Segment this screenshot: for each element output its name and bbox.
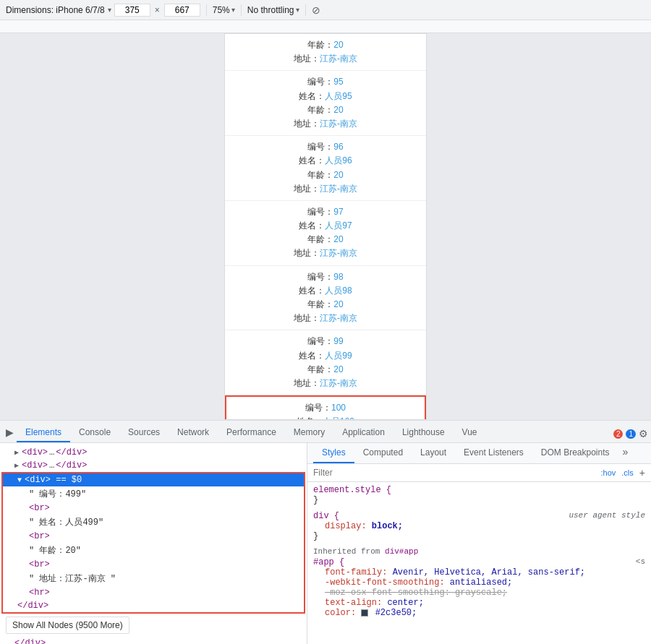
field-addr-94: 地址：江苏-南京	[225, 52, 426, 66]
warn-badge: 1	[626, 429, 636, 439]
ruler	[0, 20, 651, 33]
device-frame: 年龄：20 地址：江苏-南京 编号：95 姓名：人员95 年龄：20 地址：江苏…	[224, 33, 427, 420]
tab-vue[interactable]: Vue	[454, 424, 486, 442]
devtools-icons: 2 1 ⚙	[613, 428, 648, 442]
subtab-styles[interactable]: Styles	[313, 443, 354, 463]
filter-cls-hint[interactable]: .cls	[621, 468, 634, 477]
error-badge: 2	[613, 429, 624, 439]
settings-icon[interactable]: ⚙	[639, 428, 648, 439]
tree-close-div[interactable]: </div>	[3, 599, 304, 612]
tab-network[interactable]: Network	[169, 424, 218, 442]
subtab-dom-breakpoints[interactable]: DOM Breakpoints	[532, 443, 618, 463]
subtab-computed[interactable]: Computed	[354, 443, 412, 463]
tree-line-div-collapsed-2[interactable]: ▶ <div>…</div>	[0, 459, 307, 472]
height-input[interactable]	[164, 4, 200, 17]
tab-application[interactable]: Application	[333, 424, 393, 442]
preview-pane: 年龄：20 地址：江苏-南京 编号：95 姓名：人员95 年龄：20 地址：江苏…	[0, 33, 651, 420]
tree-br-2[interactable]: <br>	[3, 530, 304, 543]
css-rule-app: #app { <s font-family: Avenir, Helvetica…	[313, 557, 645, 618]
tree-text-name[interactable]: " 姓名：人员499"	[3, 515, 304, 530]
filter-input[interactable]	[313, 468, 595, 478]
zoom-value: 75%	[213, 5, 230, 15]
person-card-98: 编号：98 姓名：人员98 年龄：20 地址：江苏-南京	[225, 266, 426, 331]
rotate-icon[interactable]: ⊘	[312, 4, 320, 16]
person-card-96: 编号：96 姓名：人员96 年龄：20 地址：江苏-南京	[225, 136, 426, 201]
css-rule-element-style: element.style { }	[313, 485, 645, 505]
filter-hover-hint[interactable]: :hov	[601, 468, 616, 477]
tree-hr[interactable]: <hr>	[3, 586, 304, 599]
triangle-icon-2: ▶	[14, 461, 19, 470]
tree-close-div-outer[interactable]: </div>	[0, 637, 307, 644]
tab-sources[interactable]: Sources	[119, 424, 169, 442]
throttling-value: No throttling	[247, 5, 294, 15]
triangle-icon-3: ▼	[17, 476, 22, 484]
toolbar-divider-1	[206, 4, 207, 16]
tab-performance[interactable]: Performance	[218, 424, 285, 442]
tab-elements[interactable]: Elements	[17, 424, 70, 442]
person-card-99: 编号：99 姓名：人员99 年龄：20 地址：江苏-南京	[225, 330, 426, 395]
css-inherited-label: Inherited from div#app	[313, 547, 645, 556]
tree-text-addr[interactable]: " 地址：江苏-南京 "	[3, 571, 304, 586]
tab-memory[interactable]: Memory	[285, 424, 333, 442]
tree-br-1[interactable]: <br>	[3, 502, 304, 515]
zoom-chevron: ▾	[231, 6, 235, 14]
times-separator: ×	[153, 5, 161, 15]
css-rule-div: div { user agent style display: block; }	[313, 511, 645, 541]
device-content: 年龄：20 地址：江苏-南京 编号：95 姓名：人员95 年龄：20 地址：江苏…	[225, 34, 426, 419]
devtools-tab-bar: ▶ Elements Console Sources Network Perfo…	[0, 421, 651, 443]
subtab-more-icon[interactable]: »	[618, 443, 633, 463]
tree-line-div-expanded-selected[interactable]: ▼ <div> == $0	[3, 473, 304, 486]
tab-console[interactable]: Console	[70, 424, 119, 442]
devtools-body: ▶ <div>…</div> ▶ <div>…</div> ▼ <div> ==…	[0, 443, 651, 644]
top-toolbar: Dimensions: iPhone 6/7/8 ▾ × 75% ▾ No th…	[0, 0, 651, 20]
color-swatch	[361, 609, 368, 617]
field-age-94: 年龄：20	[225, 38, 426, 52]
tree-line-div-collapsed-1[interactable]: ▶ <div>…</div>	[0, 446, 307, 459]
dimensions-label: Dimensions: iPhone 6/7/8	[6, 5, 105, 15]
styles-subtabs: Styles Computed Layout Event Listeners D…	[307, 443, 651, 464]
width-input[interactable]	[114, 4, 150, 17]
person-card-97: 编号：97 姓名：人员97 年龄：20 地址：江苏-南京	[225, 201, 426, 266]
filter-bar: :hov .cls +	[307, 464, 651, 482]
person-card-100: 编号：100 姓名：人员100 年龄：20 地址：江苏-南京	[225, 395, 426, 419]
person-card-94: 年龄：20 地址：江苏-南京	[225, 34, 426, 71]
ruler-marks	[0, 20, 651, 33]
tab-lighthouse[interactable]: Lighthouse	[393, 424, 454, 442]
dimensions-chevron[interactable]: ▾	[108, 6, 111, 14]
triangle-icon-1: ▶	[14, 448, 19, 457]
add-style-icon[interactable]: +	[639, 467, 645, 478]
person-card-95: 编号：95 姓名：人员95 年龄：20 地址：江苏-南京	[225, 71, 426, 136]
expand-icon[interactable]: ▶	[3, 426, 17, 442]
elements-panel: ▶ <div>…</div> ▶ <div>…</div> ▼ <div> ==…	[0, 443, 307, 644]
zoom-select[interactable]: 75% ▾	[213, 5, 235, 15]
devtools-panel: ▶ Elements Console Sources Network Perfo…	[0, 420, 651, 644]
throttling-select[interactable]: No throttling ▾	[247, 5, 299, 15]
throttling-chevron: ▾	[296, 6, 299, 14]
subtab-event-listeners[interactable]: Event Listeners	[455, 443, 532, 463]
main-area: 年龄：20 地址：江苏-南京 编号：95 姓名：人员95 年龄：20 地址：江苏…	[0, 33, 651, 420]
styles-panel: Styles Computed Layout Event Listeners D…	[307, 443, 651, 644]
toolbar-divider-3	[305, 4, 306, 16]
show-all-nodes-button[interactable]: Show All Nodes (9500 More)	[6, 617, 129, 634]
styles-content: element.style { } div { user agent style…	[307, 482, 651, 644]
tree-br-3[interactable]: <br>	[3, 558, 304, 571]
tree-text-age[interactable]: " 年龄：20"	[3, 543, 304, 558]
toolbar-divider-2	[241, 4, 242, 16]
selected-element-container: ▼ <div> == $0 " 编号：499" <br> " 姓名：人员499"…	[1, 472, 305, 614]
elements-tree: ▶ <div>…</div> ▶ <div>…</div> ▼ <div> ==…	[0, 443, 307, 644]
tree-text-number[interactable]: " 编号：499"	[3, 486, 304, 502]
subtab-layout[interactable]: Layout	[412, 443, 455, 463]
